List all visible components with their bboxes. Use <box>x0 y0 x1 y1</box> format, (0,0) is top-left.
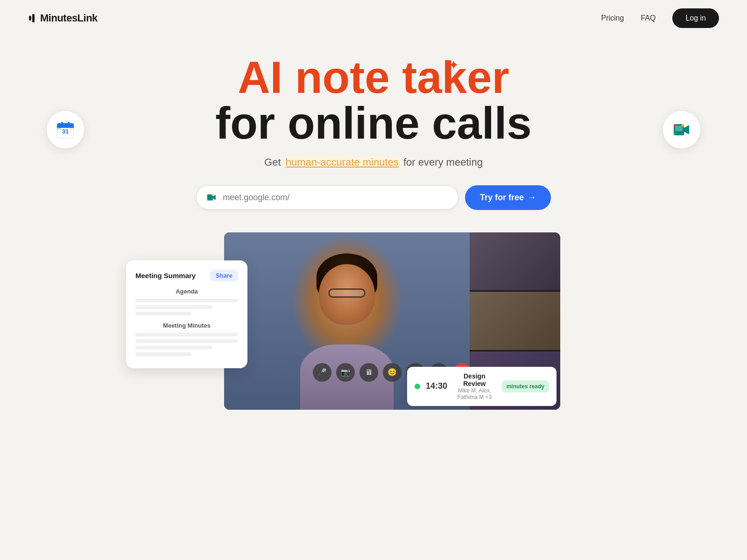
minutes-line-3 <box>135 346 212 350</box>
nav-links: Pricing FAQ Log in <box>601 8 719 28</box>
share-button[interactable]: Share <box>210 270 238 281</box>
svg-marker-18 <box>213 195 216 200</box>
search-section: Try for free → <box>196 185 551 210</box>
minutes-label: Meeting Minutes <box>135 322 238 329</box>
status-dot <box>415 384 420 389</box>
meet-icon-input <box>206 191 217 203</box>
hero-section: ✦ ✦ 31 AI note taker <box>0 36 747 410</box>
subtitle-highlight: human-accurate minutes <box>284 156 401 168</box>
agenda-line-3 <box>135 312 192 315</box>
meeting-notification: 14:30 Design Review Mike M, Alex, Fathim… <box>407 367 557 406</box>
svg-rect-6 <box>61 122 63 126</box>
mic-button[interactable]: 🎤 <box>313 363 331 382</box>
svg-rect-19 <box>207 195 209 196</box>
summary-panel: Meeting Summary Share Agenda Meeting Min… <box>126 260 247 368</box>
search-box <box>196 185 458 210</box>
agenda-line-1 <box>135 299 238 302</box>
side-video-1 <box>470 232 560 291</box>
google-calendar-icon: 31 <box>55 119 76 140</box>
minutes-line-2 <box>135 339 238 343</box>
agenda-line-2 <box>135 305 212 309</box>
hero-title-line2: for online calls <box>215 100 531 147</box>
person-glasses <box>328 288 366 298</box>
hero-title-block: AI note taker for online calls <box>215 55 531 147</box>
navbar: MinutesLink Pricing FAQ Log in <box>0 0 747 36</box>
try-free-button[interactable]: Try for free → <box>465 185 551 210</box>
pricing-link[interactable]: Pricing <box>601 14 624 22</box>
demo-preview: Meeting Summary Share Agenda Meeting Min… <box>163 232 584 410</box>
try-free-label: Try for free <box>480 193 524 203</box>
svg-rect-0 <box>29 16 31 21</box>
svg-rect-9 <box>70 128 74 130</box>
svg-rect-15 <box>674 133 676 135</box>
minutes-line-4 <box>135 352 192 356</box>
emoji-button[interactable]: 😊 <box>383 363 402 382</box>
subtitle-pre: Get <box>264 156 284 168</box>
logo-text: MinutesLink <box>40 12 98 24</box>
arrow-icon: → <box>528 193 536 203</box>
svg-rect-14 <box>682 124 684 126</box>
login-button[interactable]: Log in <box>672 8 719 28</box>
svg-marker-11 <box>684 125 689 134</box>
svg-rect-7 <box>68 122 70 126</box>
logo-icon <box>28 13 38 23</box>
meeting-url-input[interactable] <box>223 193 449 203</box>
svg-rect-20 <box>211 195 213 196</box>
svg-rect-1 <box>32 14 35 22</box>
faq-link[interactable]: FAQ <box>641 14 655 22</box>
screen-button[interactable]: 🖥 <box>359 363 378 382</box>
svg-rect-22 <box>211 199 213 201</box>
subtitle-post: for every meeting <box>401 156 483 168</box>
side-video-2 <box>470 292 560 350</box>
hero-subtitle: Get human-accurate minutes for every mee… <box>9 156 738 168</box>
svg-rect-12 <box>675 126 683 131</box>
google-meet-float <box>663 111 700 148</box>
camera-button[interactable]: 📷 <box>336 363 355 382</box>
google-meet-icon <box>671 119 692 140</box>
svg-rect-16 <box>682 133 684 135</box>
logo[interactable]: MinutesLink <box>28 12 98 24</box>
minutes-line-1 <box>135 333 238 336</box>
summary-panel-title: Meeting Summary <box>135 272 196 280</box>
video-container: 🎤 📷 🖥 😊 📋 ⋯ 📞 14:30 Design Review Mike M… <box>224 232 560 410</box>
svg-rect-13 <box>674 124 676 126</box>
svg-rect-21 <box>207 199 209 201</box>
minutes-ready-badge: minutes ready <box>502 380 549 392</box>
hero-title-line1: AI note taker <box>238 55 509 100</box>
meeting-people: Mike M, Alex, Fathima M +3 <box>453 387 496 400</box>
person-head <box>319 264 375 325</box>
summary-header: Meeting Summary Share <box>135 270 238 281</box>
meeting-info: Design Review Mike M, Alex, Fathima M +3 <box>453 372 496 400</box>
google-calendar-float: 31 <box>47 111 84 148</box>
agenda-label: Agenda <box>135 288 238 295</box>
meeting-title: Design Review <box>453 372 496 387</box>
svg-rect-8 <box>57 128 61 130</box>
svg-text:31: 31 <box>62 128 69 135</box>
meeting-time: 14:30 <box>426 381 447 391</box>
